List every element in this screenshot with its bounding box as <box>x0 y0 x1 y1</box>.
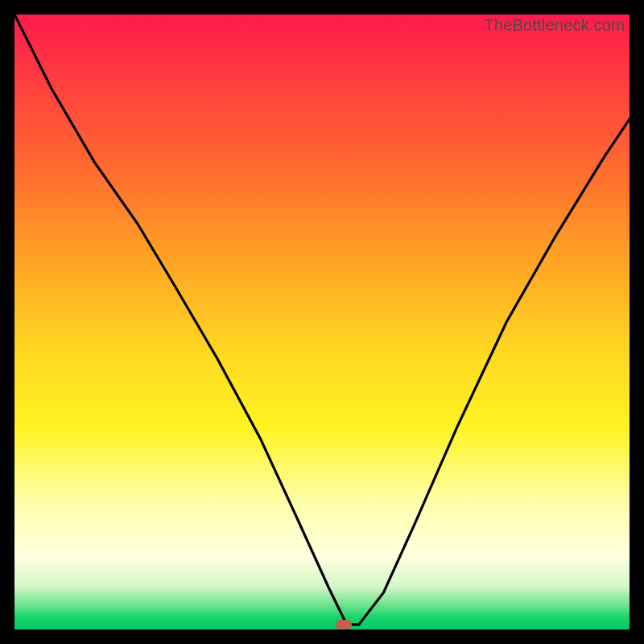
plot-area: TheBottleneck.com <box>14 14 630 630</box>
optimal-marker <box>336 620 352 630</box>
chart-frame: TheBottleneck.com <box>0 0 644 644</box>
bottleneck-curve <box>14 14 630 630</box>
curve-path <box>14 14 630 625</box>
